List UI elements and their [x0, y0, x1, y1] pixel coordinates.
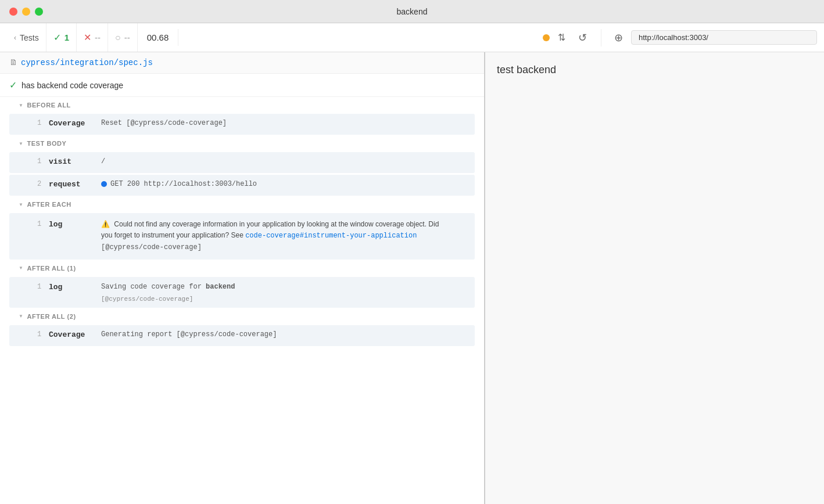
target-icon[interactable]: ⊕	[611, 29, 626, 46]
passed-tests-button[interactable]: ✓ 1	[46, 23, 77, 52]
after-all-2-header: ▼ AFTER ALL (2)	[0, 308, 484, 325]
passed-count: 1	[65, 33, 69, 42]
maximize-button[interactable]	[35, 8, 43, 16]
warning-text-part2: [@cypress/code-coverage]	[101, 243, 202, 251]
warning-message: ⚠️ Could not find any coverage informati…	[101, 219, 447, 254]
pending-count: --	[124, 33, 130, 42]
cmd-num: 1	[37, 156, 49, 165]
cmd-num: 1	[37, 282, 49, 291]
cmd-name: log	[49, 282, 101, 291]
collapse-icon[interactable]: ▼	[19, 103, 23, 108]
minimize-button[interactable]	[22, 8, 30, 16]
before-all-header: ▼ BEFORE ALL	[0, 97, 484, 113]
timer: 00.68	[138, 29, 179, 46]
cmd-detail-sub: [@cypress/code-coverage]	[101, 296, 193, 303]
cmd-detail: Generating report [@cypress/code-coverag…	[101, 329, 447, 339]
before-all-cmd-1[interactable]: 1 Coverage Reset [@cypress/code-coverage…	[9, 114, 475, 135]
suite-check-icon: ✓	[9, 80, 17, 91]
cmd-name: Coverage	[49, 118, 101, 128]
status-dot	[543, 34, 550, 41]
cmd-detail: /	[101, 156, 447, 165]
file-path: cypress/integration/spec.js	[21, 58, 153, 67]
left-panel: 🗎 cypress/integration/spec.js ✓ has back…	[0, 52, 485, 504]
cmd-num: 1	[37, 118, 49, 127]
warning-icon: ⚠️	[101, 220, 110, 228]
after-all-1-header: ▼ AFTER ALL (1)	[0, 260, 484, 276]
blue-dot-icon	[101, 181, 107, 187]
cmd-num: 1	[37, 219, 49, 228]
check-icon: ✓	[53, 32, 61, 43]
suite-row: ✓ has backend code coverage	[0, 74, 484, 97]
after-each-label: AFTER EACH	[27, 201, 71, 208]
collapse-icon[interactable]: ▼	[19, 265, 23, 271]
preview-text: test backend	[497, 64, 812, 76]
cmd-name: visit	[49, 156, 101, 166]
pause-button[interactable]: ⇅	[554, 30, 569, 45]
file-icon: 🗎	[9, 58, 17, 67]
collapse-icon[interactable]: ▼	[19, 314, 23, 319]
suite-label: has backend code coverage	[22, 81, 123, 90]
after-all-1-label: AFTER ALL (1)	[27, 265, 76, 272]
chevron-left-icon: ‹	[14, 34, 16, 42]
file-link[interactable]: 🗎 cypress/integration/spec.js	[9, 58, 475, 67]
url-input[interactable]	[631, 30, 817, 45]
cmd-detail: Reset [@cypress/code-coverage]	[101, 118, 447, 127]
file-header: 🗎 cypress/integration/spec.js	[0, 52, 484, 74]
test-body-cmd-1[interactable]: 1 visit /	[9, 152, 475, 173]
collapse-icon[interactable]: ▼	[19, 141, 23, 146]
test-body-cmd-2[interactable]: 2 request GET 200 http://localhost:3003/…	[9, 175, 475, 196]
toolbar-right: ⇅ ↺ ⊕	[543, 29, 817, 46]
test-body-label: TEST BODY	[27, 140, 66, 147]
right-panel: test backend	[485, 52, 824, 504]
tests-nav-button[interactable]: ‹ Tests	[7, 23, 46, 52]
collapse-icon[interactable]: ▼	[19, 202, 23, 207]
cmd-detail: GET 200 http://localhost:3003/hello	[101, 179, 447, 188]
before-all-label: BEFORE ALL	[27, 102, 70, 109]
title-bar: backend	[0, 0, 824, 23]
failed-tests-button[interactable]: ✕ --	[77, 23, 108, 52]
window-title: backend	[397, 7, 428, 16]
main-layout: ‹ Tests ✓ 1 ✕ -- ○ -- 00.68 ⇅ ↺ ⊕	[0, 23, 824, 504]
cmd-detail-line1: Saving code coverage for backend	[101, 282, 447, 291]
after-all-2-label: AFTER ALL (2)	[27, 313, 76, 320]
pending-icon: ○	[115, 33, 121, 43]
pending-tests-button[interactable]: ○ --	[108, 23, 138, 52]
cmd-name: log	[49, 219, 101, 229]
after-each-cmd-1[interactable]: 1 log ⚠️ Could not find any coverage inf…	[9, 213, 475, 260]
coverage-link[interactable]: code-coverage#instrument-your-applicatio…	[245, 232, 417, 240]
toolbar: ‹ Tests ✓ 1 ✕ -- ○ -- 00.68 ⇅ ↺ ⊕	[0, 23, 824, 52]
cmd-num: 1	[37, 329, 49, 339]
after-each-header: ▼ AFTER EACH	[0, 196, 484, 213]
x-icon: ✕	[84, 32, 91, 43]
reload-button[interactable]: ↺	[574, 29, 592, 46]
traffic-lights	[9, 8, 43, 16]
after-all-2-cmd-1[interactable]: 1 Coverage Generating report [@cypress/c…	[9, 325, 475, 346]
close-button[interactable]	[9, 8, 17, 16]
divider	[601, 29, 601, 46]
after-all-1-cmd-1[interactable]: 1 log Saving code coverage for backend […	[9, 277, 475, 308]
tests-label: Tests	[20, 33, 39, 42]
test-body-header: ▼ TEST BODY	[0, 135, 484, 152]
cmd-name: Coverage	[49, 329, 101, 339]
cmd-name: request	[49, 179, 101, 189]
cmd-num: 2	[37, 179, 49, 188]
content-area: 🗎 cypress/integration/spec.js ✓ has back…	[0, 52, 824, 504]
failed-count: --	[95, 33, 101, 42]
